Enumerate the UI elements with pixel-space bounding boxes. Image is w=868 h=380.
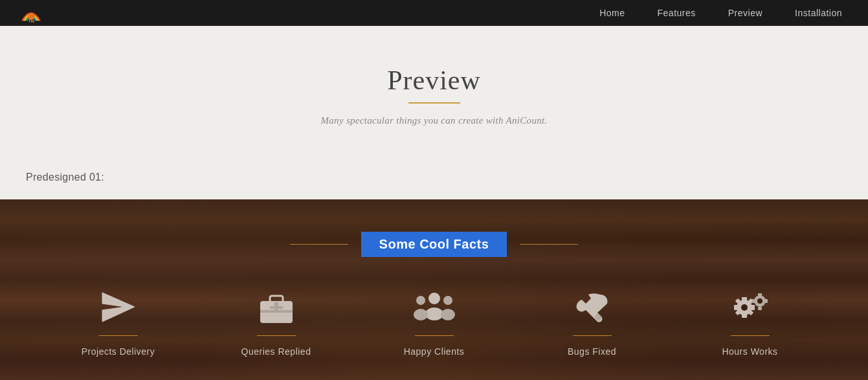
predesigned-label: Predesigned 01:: [0, 159, 868, 199]
fact-label-clients: Happy Clients: [404, 346, 465, 357]
preview-subtitle: Many spectacular things you can create w…: [13, 115, 855, 126]
nav-item-home[interactable]: Home: [599, 7, 625, 19]
fact-label-projects: Projects Delivery: [82, 346, 155, 357]
svg-rect-31: [758, 293, 762, 296]
send-icon: [99, 289, 138, 328]
facts-header: Some Cool Facts: [13, 232, 855, 257]
navbar: Home Features Preview Installation: [0, 0, 868, 26]
gears-icon: [728, 289, 773, 328]
nav-link-features[interactable]: Features: [658, 8, 696, 18]
fact-divider-bugs: [573, 335, 612, 336]
nav-item-features[interactable]: Features: [658, 7, 696, 19]
briefcase-icon: [257, 289, 296, 328]
nav-link-home[interactable]: Home: [599, 8, 625, 18]
svg-point-12: [428, 293, 440, 304]
svg-point-15: [414, 309, 428, 320]
preview-title: Preview: [13, 65, 855, 96]
preview-section: Preview Many spectacular things you can …: [0, 26, 868, 159]
fact-hours-works: Hours Works: [678, 289, 823, 357]
fact-label-queries: Queries Replied: [241, 346, 311, 357]
facts-line-left: [290, 244, 348, 245]
svg-point-14: [416, 296, 425, 305]
fact-queries-replied: Queries Replied: [204, 289, 349, 357]
fact-happy-clients: Happy Clients: [362, 289, 507, 357]
svg-point-2: [34, 14, 36, 16]
svg-rect-34: [764, 299, 768, 303]
fact-divider-hours: [731, 335, 770, 336]
facts-section: Some Cool Facts Projects Delivery: [0, 199, 868, 380]
svg-rect-32: [758, 307, 762, 310]
group-icon: [412, 289, 457, 328]
nav-item-installation[interactable]: Installation: [795, 7, 842, 19]
fact-label-bugs: Bugs Fixed: [568, 346, 616, 357]
fact-divider-clients: [415, 335, 454, 336]
svg-line-5: [33, 20, 34, 23]
svg-point-13: [425, 307, 443, 320]
nav-item-preview[interactable]: Preview: [728, 7, 762, 19]
wrench-icon: [573, 289, 612, 328]
fact-divider-projects: [99, 335, 138, 336]
nav-link-installation[interactable]: Installation: [795, 8, 842, 18]
facts-title: Some Cool Facts: [361, 232, 507, 257]
svg-line-3: [29, 19, 30, 22]
facts-line-right: [520, 244, 578, 245]
fact-projects-delivery: Projects Delivery: [46, 289, 191, 357]
svg-rect-8: [270, 296, 283, 302]
svg-marker-6: [102, 293, 135, 322]
svg-point-20: [741, 304, 748, 311]
fact-bugs-fixed: Bugs Fixed: [520, 289, 665, 357]
svg-point-17: [441, 309, 455, 320]
logo[interactable]: [19, 3, 43, 26]
svg-rect-33: [752, 299, 755, 303]
svg-rect-23: [734, 305, 738, 310]
fact-label-hours: Hours Works: [722, 346, 777, 357]
preview-underline: [408, 102, 460, 104]
nav-links: Home Features Preview Installation: [599, 7, 842, 19]
svg-rect-24: [751, 305, 755, 310]
svg-rect-22: [742, 314, 747, 318]
svg-rect-11: [270, 306, 283, 309]
svg-point-30: [757, 298, 762, 304]
svg-point-16: [443, 296, 452, 305]
facts-grid: Projects Delivery Queries Replied: [46, 289, 823, 357]
svg-rect-21: [742, 297, 747, 301]
nav-link-preview[interactable]: Preview: [728, 8, 762, 18]
fact-divider-queries: [257, 335, 296, 336]
